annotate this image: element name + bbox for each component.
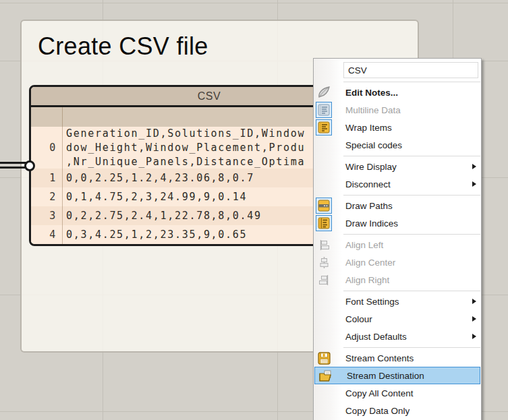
menu-item-edit-notes[interactable]: Edit Notes... [314,84,481,101]
menu-item-copy-data-only[interactable]: Copy Data Only [314,402,481,419]
menu-item-colour[interactable]: Colour [314,310,481,328]
menu-separator [343,195,480,196]
open-folder-icon [317,367,333,384]
menu-item-align-right[interactable]: Align Right [314,271,481,289]
row-index: 1 [31,169,63,187]
multiline-data-icon [316,102,332,118]
submenu-arrow-icon [472,164,476,169]
menu-item-disconnect[interactable]: Disconnect [314,175,481,193]
row-index: 2 [31,187,63,206]
draw-paths-icon [316,198,332,214]
menu-separator [343,291,480,291]
group-title: Create CSV file [38,32,208,61]
grid-line [0,3,508,3]
align-left-icon [316,237,332,253]
menu-item-font-settings[interactable]: Font Settings [314,293,481,310]
menu-item-multiline-data[interactable]: Multiline Data [314,101,481,119]
menu-item-draw-indices[interactable]: Draw Indices [314,214,481,232]
menu-item-copy-all-content[interactable]: Copy All Content [314,384,481,402]
wrap-items-icon [316,119,332,136]
submenu-arrow-icon [472,334,476,339]
menu-item-wire-display[interactable]: Wire Display [314,158,481,175]
grasshopper-canvas: Create CSV file CSV 0 Generation_ID,Solu… [0,0,508,420]
align-center-icon [316,254,332,270]
nickname-row [314,60,481,80]
menu-item-adjust-defaults[interactable]: Adjust Defaults [314,328,481,345]
save-icon [316,350,332,366]
row-text: 0,3,4.25,1,2,23.35,9,0.65 [63,229,247,241]
menu-item-draw-paths[interactable]: Draw Paths [314,197,481,214]
menu-separator [343,234,480,235]
panel-title: CSV [198,90,221,102]
menu-item-special-codes[interactable]: Special codes [314,136,481,154]
menu-item-align-left[interactable]: Align Left [314,236,481,253]
submenu-arrow-icon [472,181,476,187]
wire [0,167,28,169]
menu-item-stream-contents[interactable]: Stream Contents [314,349,481,367]
row-text: 0,2,2.75,2.4,1,22.78,8,0.49 [63,210,262,222]
pen-icon [316,84,332,100]
draw-indices-icon [316,215,332,231]
submenu-arrow-icon [472,316,476,322]
row-text: 0,0,2.25,1.2,4,23.06,8,0.7 [63,172,254,184]
align-right-icon [316,272,332,288]
panel-input-grip[interactable] [24,160,35,171]
row-text: 0,1,4.75,2,3,24.99,9,0.14 [63,191,247,203]
context-menu: Edit Notes... Multiline Data Wrap Items … [313,58,482,420]
menu-item-stream-destination[interactable]: Stream Destination [314,367,480,384]
menu-separator [343,156,480,156]
menu-item-align-center[interactable]: Align Center [314,253,481,271]
menu-item-wrap-items[interactable]: Wrap Items [314,119,481,136]
row-index: 0 [31,127,63,169]
submenu-arrow-icon [472,299,476,304]
row-text: Generation_ID,Solutions_ID,Window dow_He… [63,127,305,169]
row-index: 3 [31,206,63,225]
row-index: 4 [31,225,63,244]
menu-separator [343,347,480,348]
wire [0,162,28,164]
nickname-input[interactable] [343,62,478,78]
menu-separator [343,82,480,82]
